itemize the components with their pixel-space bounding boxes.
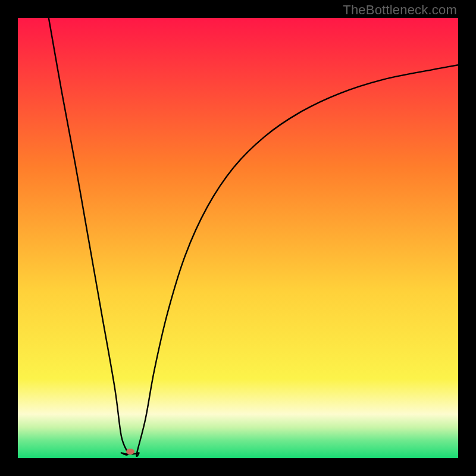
plot-area <box>18 18 458 458</box>
bottleneck-curve <box>18 18 458 458</box>
optimum-marker <box>126 449 134 455</box>
watermark-text: TheBottleneck.com <box>343 2 457 18</box>
chart-frame: TheBottleneck.com <box>0 0 476 476</box>
